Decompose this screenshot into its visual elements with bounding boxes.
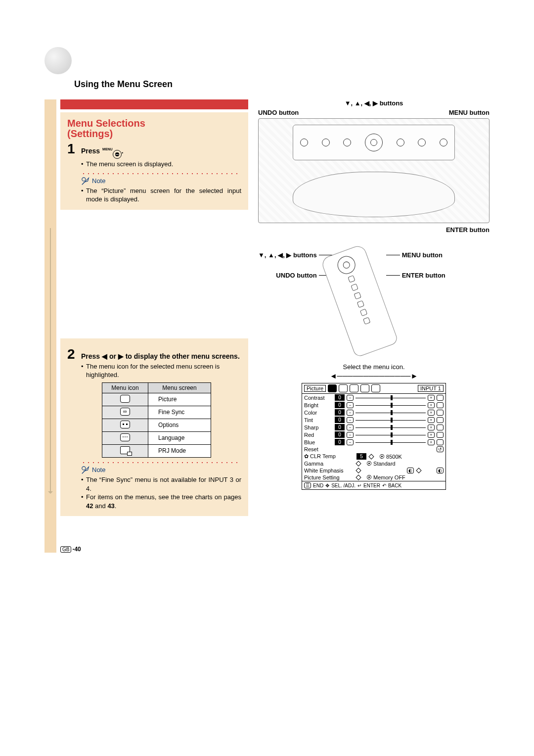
inc-icon: +: [428, 439, 435, 445]
table-row: PRJ Mode: [102, 444, 211, 457]
step1-bullet: The menu screen is displayed.: [81, 160, 241, 169]
row-end-icon: [437, 395, 444, 401]
picture-icon: [120, 395, 130, 403]
instructions-column: Menu Selections (Settings) 1 Press MENU.…: [60, 99, 248, 553]
osd-footer: ☰END ✥SEL. /ADJ. ↵ENTER ↶BACK: [302, 481, 445, 489]
undo-label: UNDO button: [258, 109, 299, 116]
dec-icon: −: [347, 402, 354, 408]
remote-button-icon: [356, 300, 364, 308]
inc-icon: +: [428, 402, 435, 408]
inc-icon: +: [428, 410, 435, 416]
row-end-icon: [437, 432, 444, 438]
diamond-icon: [356, 461, 361, 466]
osd-sub-row: Gamma ⦿ Standard: [302, 460, 445, 467]
dotted-divider: [81, 173, 241, 175]
remote-button-icon: [354, 292, 361, 299]
row-end-icon: [437, 425, 444, 430]
panel-button-icon: [440, 139, 447, 146]
step2-note-bullet2: For items on the menus, see the tree cha…: [81, 493, 241, 510]
table-row: Picture: [102, 393, 211, 406]
osd-row: Contrast0−+: [302, 394, 445, 401]
step2-bullet: The menu icon for the selected menu scre…: [81, 362, 241, 379]
slider: [356, 396, 426, 399]
osd-tab-icon: [339, 384, 348, 392]
osd-tab-icon: [360, 384, 369, 392]
osd-input: INPUT 1: [418, 385, 444, 392]
projector-outline: [293, 172, 455, 217]
inc-icon: +: [428, 395, 435, 401]
panel-button-icon: [343, 139, 351, 146]
osd-sub-row: White Emphasis◐◐: [302, 467, 445, 474]
row-end-icon: [437, 402, 444, 408]
panel-button-icon: [418, 139, 426, 146]
step1-number: 1: [67, 142, 81, 156]
options-icon: [120, 421, 130, 428]
page-number: GB-40: [60, 546, 248, 553]
diagram-column: ▼, ▲, ◀, ▶ buttons UNDO button MENU butt…: [248, 99, 490, 553]
diamond-icon: [356, 474, 361, 480]
fine-sync-icon: [120, 408, 130, 416]
dec-icon: −: [347, 410, 354, 416]
remote-button-icon: [360, 309, 367, 316]
slider: [356, 426, 426, 429]
menu-icon-table: Menu icon Menu screen Picture Fine Sync …: [102, 382, 211, 458]
select-arrows: ◄──────────────►: [258, 372, 490, 380]
dec-icon: −: [347, 432, 354, 438]
panel-button-icon: [300, 139, 308, 146]
col-menu-screen: Menu screen: [148, 382, 211, 393]
col-menu-icon: Menu icon: [102, 382, 148, 393]
menu-button-icon: [113, 150, 122, 159]
svg-point-0: [82, 178, 86, 181]
dec-icon: −: [347, 425, 354, 430]
language-icon: [120, 433, 130, 441]
step2-block: 2 Press ◀ or ▶ to display the other menu…: [60, 338, 248, 516]
diamond-icon: [356, 468, 361, 473]
end-icon: ☰: [304, 482, 311, 488]
note-icon: [81, 466, 90, 474]
osd-tab-icon: [371, 384, 380, 392]
inc-icon: +: [428, 417, 435, 423]
osd-row: Tint0−+: [302, 416, 445, 424]
osd-row: Red0−+: [302, 431, 445, 438]
osd-row: Blue0−+: [302, 438, 445, 446]
remote-button-icon: [348, 275, 355, 283]
row-end-icon: [437, 439, 444, 445]
remote-diagram: ▼, ▲, ◀, ▶ buttons UNDO button MENU butt…: [258, 248, 490, 353]
dec-icon: −: [347, 417, 354, 423]
osd-row: Color0−+: [302, 409, 445, 416]
dec-icon: −: [347, 395, 354, 401]
step2-note-bullet1: The “Fine Sync” menu is not available fo…: [81, 475, 241, 493]
osd-tab-icon: [328, 384, 337, 392]
menu-label: MENU button: [449, 109, 490, 116]
slider: [356, 441, 426, 444]
panel-button-icon: [397, 139, 404, 146]
row-end-icon: [437, 410, 444, 416]
osd-row: Sharp0−+: [302, 424, 445, 431]
control-panel: [293, 125, 455, 160]
remote-button-icon: [363, 317, 370, 325]
step1-block: Menu Selections (Settings) 1 Press MENU.…: [60, 112, 248, 210]
table-row: Language: [102, 431, 211, 444]
dpad-icon: [335, 254, 357, 277]
side-rail: [44, 99, 56, 553]
note-icon: [81, 177, 90, 186]
enter-label: ENTER button: [258, 226, 490, 234]
note-row: Note: [81, 177, 241, 186]
svg-point-1: [82, 467, 86, 470]
table-row: Options: [102, 419, 211, 431]
osd-sub-row: ✿ CLR Temp5 ⦿ 8500K: [302, 453, 445, 460]
page-heading: Using the Menu Screen: [74, 79, 490, 90]
step1-note-bullet: The “Picture” menu screen for the select…: [81, 187, 241, 204]
reset-icon: ↺: [437, 446, 444, 452]
osd-row: Bright0−+: [302, 401, 445, 409]
osd-header: Picture INPUT 1: [302, 383, 445, 394]
panel-button-icon: [322, 139, 330, 146]
dec-icon: −: [347, 439, 354, 445]
arrows-label: ▼, ▲, ◀, ▶ buttons: [258, 99, 490, 107]
step2: 2 Press ◀ or ▶ to display the other menu…: [67, 347, 241, 361]
dotted-divider: [81, 462, 241, 464]
osd-title: Picture: [304, 385, 326, 392]
decorative-circle: [44, 47, 72, 74]
note-row: Note: [81, 466, 241, 474]
red-bar: [60, 99, 248, 109]
